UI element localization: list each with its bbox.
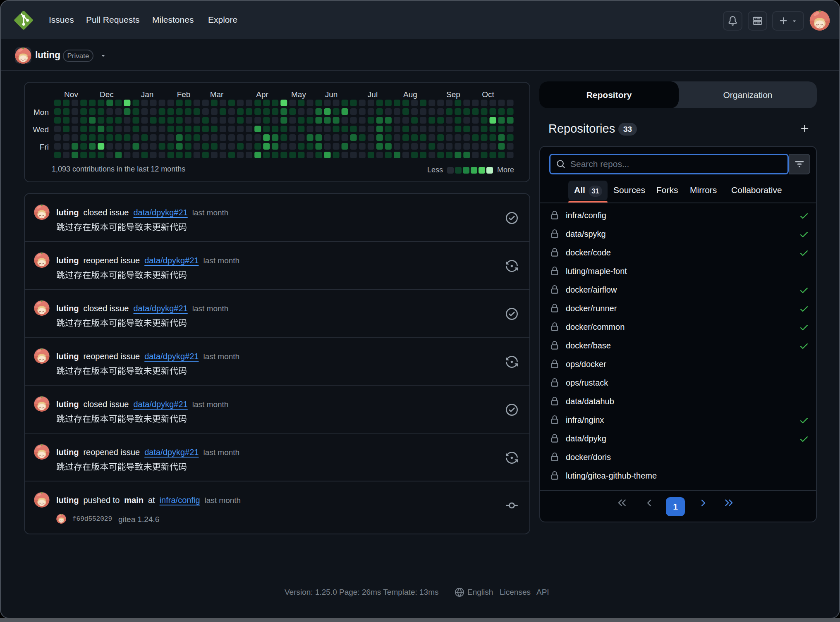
svg-text:Aug: Aug	[403, 90, 417, 99]
svg-text:Wed: Wed	[33, 125, 49, 134]
svg-text:Dec: Dec	[100, 90, 114, 99]
svg-text:Apr: Apr	[256, 90, 268, 99]
svg-text:Feb: Feb	[177, 90, 191, 99]
svg-text:Oct: Oct	[482, 90, 494, 99]
svg-text:Nov: Nov	[64, 90, 78, 99]
svg-text:Sep: Sep	[446, 90, 460, 99]
svg-text:Jul: Jul	[368, 90, 378, 99]
svg-text:Jan: Jan	[141, 90, 154, 99]
svg-text:May: May	[291, 90, 306, 99]
svg-text:Mar: Mar	[210, 90, 224, 99]
svg-text:Jun: Jun	[325, 90, 338, 99]
svg-text:Mon: Mon	[34, 108, 49, 117]
svg-text:Fri: Fri	[40, 143, 49, 151]
